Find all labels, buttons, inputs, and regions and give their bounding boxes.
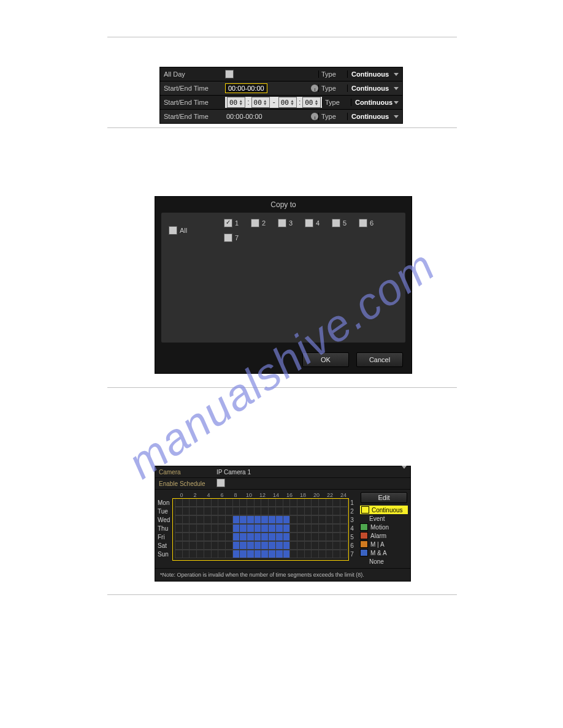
schedule-cell[interactable]	[290, 525, 297, 532]
schedule-cell[interactable]	[212, 499, 219, 506]
schedule-cell[interactable]	[340, 499, 348, 506]
schedule-cell[interactable]	[183, 525, 190, 532]
schedule-cell[interactable]	[261, 533, 269, 540]
schedule-cell[interactable]	[326, 550, 334, 558]
schedule-cell[interactable]	[218, 499, 226, 506]
schedule-cell[interactable]	[190, 550, 197, 558]
day-checkbox[interactable]	[224, 219, 232, 227]
schedule-cell[interactable]	[212, 550, 219, 558]
schedule-cell[interactable]	[218, 533, 226, 540]
all-checkbox[interactable]	[169, 226, 177, 235]
schedule-cell[interactable]	[226, 516, 233, 523]
schedule-cell[interactable]	[312, 507, 319, 515]
copy-day-item[interactable]: 5	[332, 219, 359, 227]
schedule-cell[interactable]	[269, 533, 276, 540]
enable-schedule-checkbox[interactable]	[216, 479, 225, 487]
copy-day-item[interactable]: 1	[224, 219, 251, 227]
schedule-cell[interactable]	[340, 516, 348, 523]
schedule-cell[interactable]	[276, 542, 283, 549]
copy-day-item[interactable]: 2	[251, 219, 278, 227]
schedule-cell[interactable]	[290, 507, 297, 515]
schedule-cell[interactable]	[326, 507, 334, 515]
schedule-cell[interactable]	[204, 507, 212, 515]
schedule-cell[interactable]	[255, 507, 262, 515]
schedule-cell[interactable]	[297, 525, 305, 532]
schedule-cells[interactable]	[175, 550, 348, 558]
schedule-cell[interactable]	[204, 542, 212, 549]
time-spinner[interactable]: 00▲▼	[302, 97, 321, 108]
schedule-cell[interactable]	[261, 507, 269, 515]
schedule-cell[interactable]	[276, 550, 283, 558]
legend-item[interactable]: Continuous	[360, 506, 408, 514]
schedule-cell[interactable]	[340, 507, 348, 515]
schedule-cell[interactable]	[340, 550, 348, 558]
schedule-cell[interactable]	[283, 499, 291, 506]
day-checkbox[interactable]	[251, 219, 259, 227]
time-spinner[interactable]: 00▲▼	[278, 97, 297, 108]
day-checkbox[interactable]	[332, 219, 340, 227]
schedule-cell[interactable]	[312, 499, 319, 506]
schedule-cell[interactable]	[333, 507, 340, 515]
schedule-cell[interactable]	[340, 533, 348, 540]
schedule-cell[interactable]	[333, 542, 340, 549]
schedule-cell[interactable]	[233, 507, 240, 515]
all-day-checkbox[interactable]	[225, 70, 234, 78]
schedule-cell[interactable]	[305, 542, 312, 549]
schedule-cell[interactable]	[226, 499, 233, 506]
schedule-cell[interactable]	[204, 499, 212, 506]
schedule-cell[interactable]	[312, 525, 319, 532]
schedule-cell[interactable]	[255, 533, 262, 540]
schedule-cell[interactable]	[319, 507, 326, 515]
schedule-cell[interactable]	[197, 533, 204, 540]
cancel-button[interactable]: Cancel	[356, 352, 403, 367]
schedule-cell[interactable]	[290, 542, 297, 549]
schedule-cell[interactable]	[255, 542, 262, 549]
schedule-cell[interactable]	[240, 507, 247, 515]
schedule-cell[interactable]	[312, 542, 319, 549]
schedule-cell[interactable]	[326, 533, 334, 540]
schedule-cell[interactable]	[319, 516, 326, 523]
schedule-cell[interactable]	[269, 550, 276, 558]
schedule-cell[interactable]	[319, 550, 326, 558]
schedule-cell[interactable]	[240, 533, 247, 540]
schedule-cell[interactable]	[276, 499, 283, 506]
clock-icon[interactable]	[311, 113, 318, 120]
schedule-cell[interactable]	[305, 499, 312, 506]
schedule-cell[interactable]	[247, 533, 255, 540]
copy-day-item[interactable]: 3	[278, 219, 305, 227]
schedule-cell[interactable]	[175, 525, 183, 532]
schedule-cell[interactable]	[233, 516, 240, 523]
schedule-cell[interactable]	[226, 550, 233, 558]
schedule-cell[interactable]	[240, 550, 247, 558]
schedule-cell[interactable]	[175, 507, 183, 515]
schedule-cell[interactable]	[290, 533, 297, 540]
schedule-cell[interactable]	[233, 499, 240, 506]
schedule-cell[interactable]	[190, 516, 197, 523]
schedule-cell[interactable]	[197, 525, 204, 532]
legend-item[interactable]: M | A	[360, 540, 408, 548]
schedule-day-row[interactable]: Sat6	[158, 541, 356, 550]
schedule-cell[interactable]	[197, 542, 204, 549]
schedule-cell[interactable]	[261, 550, 269, 558]
schedule-cell[interactable]	[290, 550, 297, 558]
schedule-cell[interactable]	[218, 550, 226, 558]
schedule-cells[interactable]	[175, 498, 348, 507]
schedule-cell[interactable]	[183, 533, 190, 540]
schedule-cell[interactable]	[183, 507, 190, 515]
schedule-cell[interactable]	[247, 507, 255, 515]
schedule-cell[interactable]	[297, 550, 305, 558]
schedule-cell[interactable]	[218, 507, 226, 515]
schedule-cells[interactable]	[175, 515, 348, 524]
schedule-cell[interactable]	[276, 533, 283, 540]
schedule-cell[interactable]	[226, 533, 233, 540]
schedule-cell[interactable]	[204, 525, 212, 532]
schedule-cell[interactable]	[269, 542, 276, 549]
schedule-cell[interactable]	[204, 550, 212, 558]
row-value[interactable]: 00:00-00:00	[225, 112, 318, 121]
schedule-cells[interactable]	[175, 533, 348, 541]
schedule-cell[interactable]	[218, 542, 226, 549]
schedule-cell[interactable]	[319, 542, 326, 549]
schedule-cell[interactable]	[247, 516, 255, 523]
schedule-cell[interactable]	[240, 542, 247, 549]
type-select[interactable]: Continuous	[347, 85, 402, 92]
